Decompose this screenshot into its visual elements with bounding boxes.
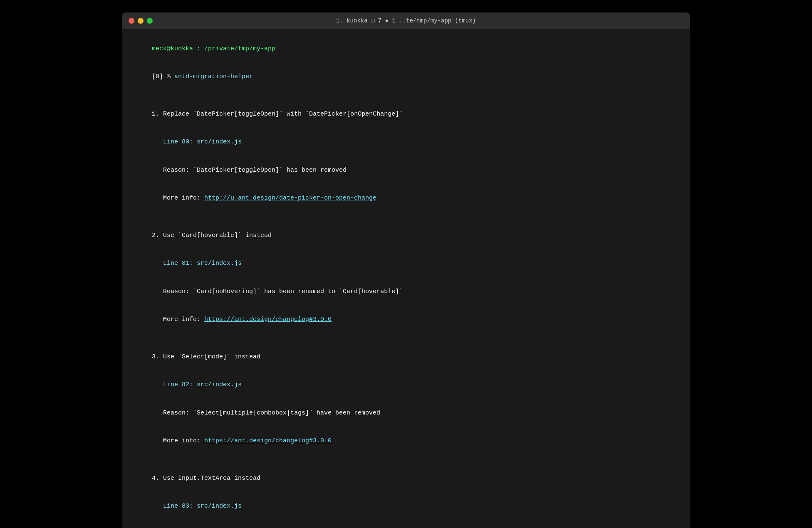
item-1-desc: Replace `DatePicker[toggleOpen]` [159, 111, 287, 118]
item-1-header: 1. Replace `DatePicker[toggleOpen]` with… [129, 100, 683, 128]
prompt-user-host-1: meck@kunkka : /private/tmp/my-app [152, 45, 275, 52]
titlebar: 1. kunkka □ 7 ● 1 ..te/tmp/my-app (tmux) [122, 12, 690, 29]
item-2-reason-rest: `Card[hoverable]` [335, 288, 403, 295]
item-1-more-label: More info: [152, 195, 204, 202]
item-3-text: 3. Use `Select[mode]` instead [152, 353, 260, 360]
item-2-text: 2. Use `Card[hoverable]` instead [152, 232, 272, 239]
maximize-button[interactable] [147, 18, 153, 24]
item-1-link[interactable]: http://u.ant.design/date-picker-on-open-… [204, 195, 376, 202]
window-title: 1. kunkka □ 7 ● 1 ..te/tmp/my-app (tmux) [336, 17, 476, 25]
item-2-more-label: More info: [152, 316, 204, 323]
item-2-header: 2. Use `Card[hoverable]` instead [129, 222, 683, 250]
item-4-header: 4. Use Input.TextArea instead [129, 464, 683, 493]
item-3-reason: Reason: `Select[multiple|combobox|tags]`… [129, 399, 683, 427]
prompt-bracket-1: [0] % [152, 73, 174, 80]
item-4-line-info: Line 83: src/index.js [152, 503, 242, 510]
item-4-text: 4. Use Input.TextArea instead [152, 475, 260, 482]
item-3-reason-text: Reason: `Select[multiple|combobox|tags]`… [152, 410, 380, 417]
item-3-header: 3. Use `Select[mode]` instead [129, 343, 683, 371]
terminal-window: 1. kunkka □ 7 ● 1 ..te/tmp/my-app (tmux)… [122, 12, 690, 528]
item-4-line: Line 83: src/index.js [129, 493, 683, 521]
traffic-lights [129, 18, 153, 24]
item-2-reason-text: Reason: `Card[noHovering]` has been rena… [152, 288, 328, 295]
item-3-more: More info: https://ant.design/changelog#… [129, 427, 683, 456]
item-1-rest: `DatePicker[onOpenChange]` [302, 111, 403, 118]
item-2-link[interactable]: https://ant.design/changelog#3.0.0 [204, 316, 332, 323]
item-4-reason: Reason: type `textarea` has been removed… [129, 521, 683, 528]
item-3-link[interactable]: https://ant.design/changelog#3.0.0 [204, 437, 332, 444]
item-1-with: with [287, 111, 302, 118]
item-2-line: Line 81: src/index.js [129, 250, 683, 278]
item-2-to: to [328, 288, 335, 295]
item-2-more: More info: https://ant.design/changelog#… [129, 306, 683, 334]
item-1-reason-text: Reason: `DatePicker[toggleOpen]` has bee… [152, 167, 347, 174]
command-line-1: [0] % antd-migration-helper [129, 63, 683, 91]
command-text-1: antd-migration-helper [174, 73, 253, 80]
item-1-more: More info: http://u.ant.design/date-pick… [129, 185, 683, 213]
prompt-line-1: meck@kunkka : /private/tmp/my-app [129, 35, 683, 63]
item-1-reason: Reason: `DatePicker[toggleOpen]` has bee… [129, 156, 683, 185]
item-2-line-info: Line 81: src/index.js [152, 260, 242, 267]
item-3-line-info: Line 82: src/index.js [152, 381, 242, 388]
minimize-button[interactable] [138, 18, 144, 24]
item-3-line: Line 82: src/index.js [129, 371, 683, 400]
item-1-line-info: Line 80: src/index.js [152, 138, 242, 146]
item-1-number: 1. [152, 111, 159, 118]
item-3-more-label: More info: [152, 437, 204, 444]
close-button[interactable] [129, 18, 134, 24]
item-2-reason: Reason: `Card[noHovering]` has been rena… [129, 278, 683, 306]
item-1-line: Line 80: src/index.js [129, 128, 683, 157]
terminal-body[interactable]: meck@kunkka : /private/tmp/my-app [0] % … [122, 29, 690, 528]
